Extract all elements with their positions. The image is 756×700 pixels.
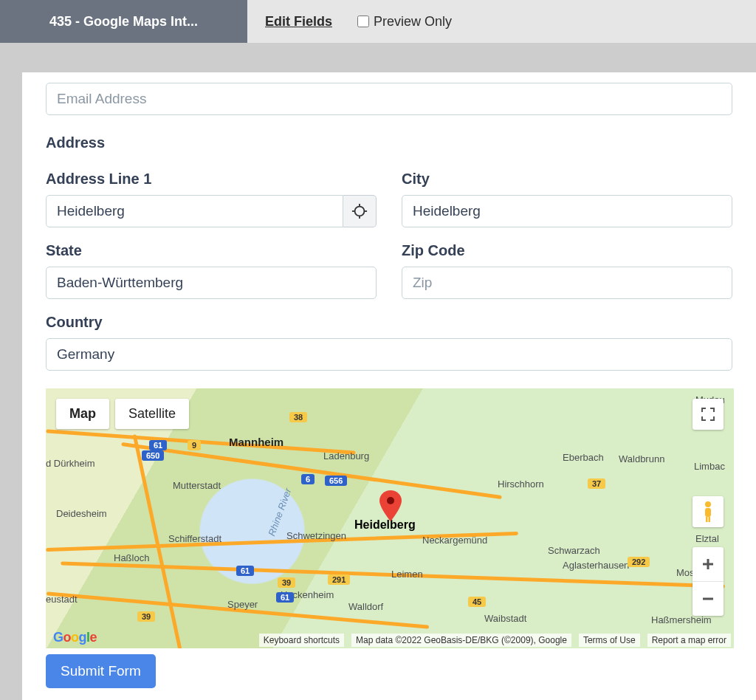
map-attribution: Map data ©2022 GeoBasis-DE/BKG (©2009), …: [351, 634, 571, 647]
route-shield: 291: [328, 574, 350, 585]
geolocate-button[interactable]: [343, 195, 377, 227]
pegman-icon: [701, 501, 715, 523]
plus-icon: [701, 557, 715, 571]
country-label: Country: [46, 314, 732, 331]
map-type-map-button[interactable]: Map: [56, 399, 109, 429]
map-city-label: Speyer: [227, 599, 258, 610]
fullscreen-icon: [701, 408, 715, 421]
map-city-label: Schwarzach: [548, 545, 600, 556]
route-shield: 656: [325, 476, 347, 486]
edit-fields-tab[interactable]: Edit Fields: [247, 0, 350, 43]
map-city-label: Deidesheim: [56, 508, 107, 519]
map[interactable]: Mannheim Heidelberg Speyer Hockenheim Sc…: [46, 388, 734, 648]
map-city-label: Waibstadt: [484, 613, 526, 624]
marker-icon: [379, 490, 402, 521]
map-pegman[interactable]: [693, 496, 724, 527]
map-city-label: Eberbach: [563, 452, 604, 463]
map-marker[interactable]: [379, 490, 402, 524]
svg-point-6: [705, 501, 711, 507]
minus-icon: [701, 592, 715, 605]
svg-point-5: [387, 497, 394, 504]
map-type-satellite-button[interactable]: Satellite: [115, 399, 189, 429]
route-shield: 39: [137, 611, 155, 622]
map-city-label: Schwetzingen: [286, 530, 346, 541]
map-fullscreen-button[interactable]: [693, 399, 724, 430]
route-shield: 61: [236, 566, 254, 576]
map-type-bar: Map Satellite: [56, 399, 189, 429]
map-footer: Keyboard shortcuts Map data ©2022 GeoBas…: [259, 634, 731, 647]
crosshair-icon: [351, 203, 368, 219]
map-city-label: Leimen: [391, 569, 423, 580]
address1-label: Address Line 1: [46, 171, 377, 188]
route-shield: 6: [301, 474, 315, 484]
map-city-label: Haßloch: [114, 552, 149, 563]
zip-label: Zip Code: [402, 242, 732, 259]
map-city-label: Ladenburg: [323, 450, 369, 461]
map-city-label: Neckargemünd: [422, 535, 487, 546]
svg-point-0: [355, 207, 365, 216]
map-city-label: Haßmersheim: [651, 614, 712, 625]
top-bar: 435 - Google Maps Int... Edit Fields Pre…: [0, 0, 756, 43]
svg-rect-8: [706, 517, 708, 522]
route-shield: 37: [588, 478, 605, 489]
map-city-label: Waldbrunn: [619, 453, 664, 464]
google-logo: Google: [53, 630, 97, 645]
state-field[interactable]: [46, 267, 377, 299]
map-city-label: Mutterstadt: [173, 480, 221, 491]
zip-field[interactable]: [402, 267, 732, 299]
route-shield: 9: [188, 440, 201, 450]
country-field[interactable]: [46, 338, 732, 371]
route-shield: 61: [276, 592, 294, 603]
preview-only-toggle[interactable]: Preview Only: [350, 14, 452, 30]
form-tab-label: 435 - Google Maps Int...: [49, 14, 198, 30]
map-city-label: Elztal: [695, 533, 719, 544]
map-city-label: eu­stadt: [46, 594, 78, 605]
map-city-label: Walldorf: [348, 601, 383, 612]
route-shield: 650: [142, 450, 164, 461]
map-zoom-out-button[interactable]: [693, 582, 724, 616]
edit-fields-label: Edit Fields: [265, 14, 332, 30]
svg-rect-7: [705, 508, 711, 517]
route-shield: 45: [468, 597, 486, 607]
map-city-label: d Dürkheim: [46, 458, 94, 469]
address-section-label: Address: [46, 134, 732, 151]
route-shield: 39: [278, 577, 295, 588]
map-terms-link[interactable]: Terms of Use: [579, 634, 640, 647]
city-field[interactable]: [402, 195, 732, 227]
route-shield: 292: [628, 557, 650, 567]
city-label: City: [402, 171, 732, 188]
map-city-label: Hirschhorn: [498, 478, 544, 490]
map-city-label: Aglasterhausen: [563, 560, 629, 571]
map-city-label: Mannheim: [229, 436, 284, 448]
map-city-label: Schifferstadt: [168, 533, 221, 544]
route-shield: 61: [149, 440, 167, 450]
form-tab[interactable]: 435 - Google Maps Int...: [0, 0, 247, 43]
email-field[interactable]: [46, 83, 732, 115]
map-city-label: Limbac: [694, 461, 725, 472]
route-shield: 38: [289, 412, 307, 422]
preview-only-label: Preview Only: [374, 14, 452, 30]
address1-field[interactable]: [46, 195, 343, 227]
submit-button[interactable]: Submit Form: [46, 654, 156, 688]
form-card: Address Address Line 1 City: [22, 72, 756, 700]
map-keyboard-shortcuts-link[interactable]: Keyboard shortcuts: [259, 634, 344, 647]
map-zoom-in-button[interactable]: [693, 547, 724, 581]
map-zoom-controls: [693, 547, 724, 616]
state-label: State: [46, 242, 377, 259]
map-report-link[interactable]: Report a map error: [647, 634, 731, 647]
svg-rect-9: [709, 517, 711, 522]
preview-only-checkbox[interactable]: [357, 16, 369, 27]
